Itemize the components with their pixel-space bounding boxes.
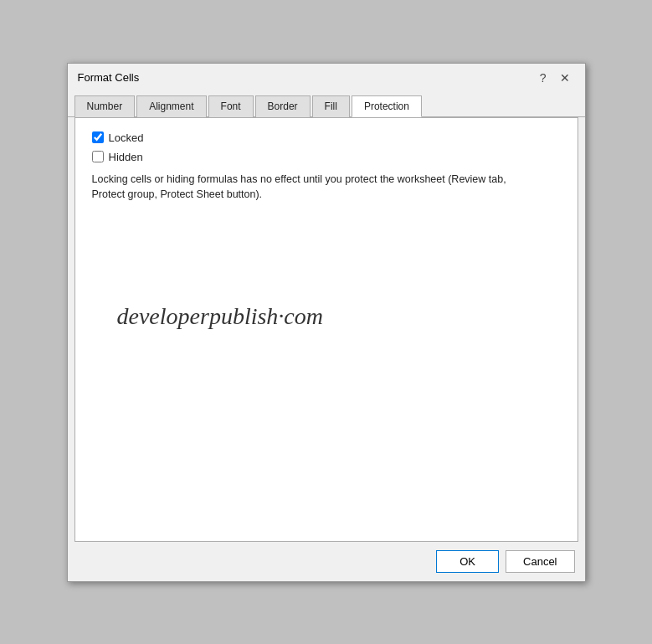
title-bar-controls: ? ✕	[535, 70, 575, 85]
hidden-row: Hidden	[92, 151, 561, 163]
dialog-title: Format Cells	[78, 71, 140, 84]
hidden-checkbox[interactable]	[92, 151, 104, 162]
close-button[interactable]: ✕	[555, 70, 575, 85]
cancel-button[interactable]: Cancel	[506, 550, 574, 573]
tab-fill[interactable]: Fill	[312, 95, 350, 117]
tab-alignment[interactable]: Alignment	[136, 95, 206, 117]
locked-checkbox[interactable]	[92, 131, 104, 143]
locked-label[interactable]: Locked	[109, 131, 144, 144]
hidden-label[interactable]: Hidden	[109, 151, 143, 163]
help-button[interactable]: ?	[535, 70, 552, 85]
format-cells-dialog: Format Cells ? ✕ Number Alignment Font B…	[67, 63, 586, 582]
protection-description: Locking cells or hiding formulas has no …	[92, 172, 527, 204]
tab-number[interactable]: Number	[74, 95, 136, 117]
tabs-row: Number Alignment Font Border Fill Protec…	[68, 92, 585, 117]
tab-border[interactable]: Border	[255, 95, 311, 117]
locked-row: Locked	[92, 131, 561, 144]
tab-protection[interactable]: Protection	[352, 95, 422, 117]
tab-content-protection: Locked Hidden Locking cells or hiding fo…	[74, 117, 578, 542]
tab-font[interactable]: Font	[208, 95, 254, 117]
title-bar: Format Cells ? ✕	[68, 64, 585, 92]
dialog-footer: OK Cancel	[68, 542, 585, 581]
watermark: developerpublish·com	[117, 303, 561, 330]
ok-button[interactable]: OK	[436, 550, 499, 573]
